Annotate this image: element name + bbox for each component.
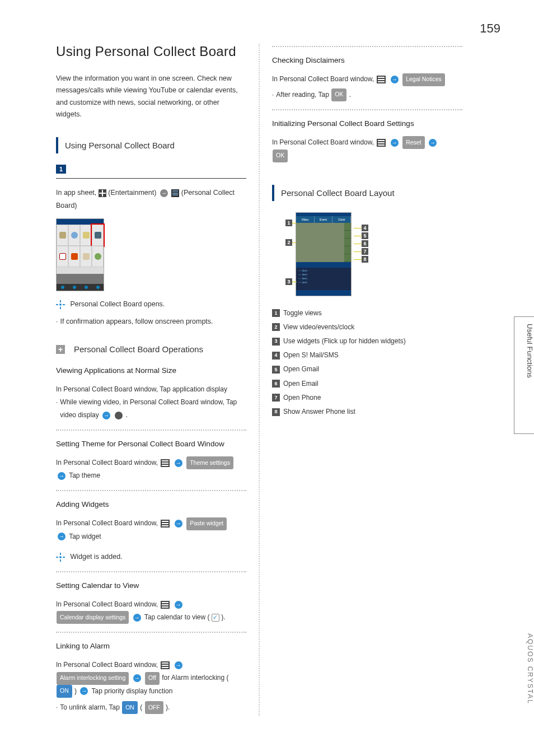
op3-l2: Tap widget bbox=[69, 533, 101, 540]
legend-text: Show Answer Phone list bbox=[283, 405, 355, 419]
on-button[interactable]: ON bbox=[122, 701, 138, 714]
legend-item: 5Open Gmail bbox=[272, 362, 462, 376]
op1-line1: In Personal Collect Board window, Tap ap… bbox=[56, 383, 246, 396]
init-l1: In Personal Collect Board window, bbox=[272, 138, 376, 146]
op5-tail: Tap priority display function bbox=[92, 687, 173, 695]
legend-item: 1Toggle views bbox=[272, 306, 462, 320]
menu-icon bbox=[161, 661, 170, 669]
left-column: Using Personal Collect Board View the in… bbox=[56, 44, 246, 716]
pcb-app-icon bbox=[171, 189, 179, 197]
layout-diagram: 1 2 3 4 5 6 7 8 VideoEventClock — item— … bbox=[285, 212, 358, 296]
step1-entertainment: (Entertainment) bbox=[108, 189, 158, 197]
op-alarm: Linking to Alarm In Personal Collect Boa… bbox=[56, 641, 246, 714]
menu-icon bbox=[161, 601, 170, 609]
legend-number: 2 bbox=[272, 323, 280, 331]
op3-result: Widget is added. bbox=[70, 553, 122, 561]
on-button[interactable]: ON bbox=[57, 685, 72, 698]
op3-l1: In Personal Collect Board window, bbox=[56, 519, 160, 527]
legend-text: Toggle views bbox=[283, 306, 322, 320]
op2-l1: In Personal Collect Board window, bbox=[56, 459, 160, 466]
operations-header: Personal Collect Board Operations bbox=[74, 344, 203, 354]
op-disclaimers: Checking Disclaimers In Personal Collect… bbox=[272, 55, 462, 101]
legend-item: 3Use widgets (Flick up for hidden widget… bbox=[272, 334, 462, 348]
op1-title: Viewing Applications at Normal Size bbox=[56, 365, 246, 376]
step-badge-1: 1 bbox=[56, 165, 66, 174]
op5-mid: for Alarm interlocking ( bbox=[162, 674, 228, 682]
op5-unlink1: To unlink alarm, Tap bbox=[60, 703, 121, 711]
legend-text: Use widgets (Flick up for hidden widgets… bbox=[283, 334, 406, 348]
op4-l2: Tap calendar to view ( bbox=[144, 613, 212, 621]
op2-title: Setting Theme for Personal Collect Board… bbox=[56, 438, 246, 450]
calendar-settings-button[interactable]: Calendar display settings bbox=[57, 611, 129, 624]
arrow-icon bbox=[160, 189, 168, 197]
menu-icon bbox=[377, 76, 386, 83]
legend-number: 6 bbox=[272, 380, 280, 388]
paste-widget-button[interactable]: Paste widget bbox=[186, 517, 227, 530]
legend-text: Open S! Mail/SMS bbox=[283, 348, 339, 362]
svg-rect-8 bbox=[56, 557, 58, 558]
ok-button[interactable]: OK bbox=[273, 150, 288, 162]
op4-title: Setting Calendar to View bbox=[56, 580, 246, 591]
right-column: Checking Disclaimers In Personal Collect… bbox=[272, 44, 462, 716]
svg-point-0 bbox=[59, 304, 62, 306]
disc-l2end: . bbox=[349, 91, 351, 99]
apps-grid-icon bbox=[99, 189, 106, 197]
reset-button[interactable]: Reset bbox=[402, 136, 424, 149]
alarm-setting-button[interactable]: Alarm interlocking setting bbox=[57, 672, 129, 685]
section-layout: Personal Collect Board Layout bbox=[272, 185, 462, 201]
legend-number: 5 bbox=[272, 366, 280, 374]
svg-rect-4 bbox=[63, 304, 65, 305]
check-icon bbox=[212, 614, 219, 622]
svg-rect-2 bbox=[60, 307, 61, 309]
theme-settings-button[interactable]: Theme settings bbox=[186, 456, 233, 469]
arrow-icon bbox=[175, 661, 182, 669]
disc-title: Checking Disclaimers bbox=[272, 55, 462, 66]
svg-rect-9 bbox=[63, 557, 65, 558]
legend-number: 7 bbox=[272, 394, 280, 402]
arrow-icon bbox=[133, 614, 141, 622]
board-opens-text: Personal Collect Board opens. bbox=[70, 300, 165, 308]
section-using-pcb: Using Personal Collect Board bbox=[56, 137, 246, 153]
op5-unlinkmid: ( bbox=[140, 703, 144, 711]
op-calendar: Setting Calendar to View In Personal Col… bbox=[56, 580, 246, 624]
screenshot-app-sheet bbox=[56, 218, 104, 291]
legend-number: 3 bbox=[272, 338, 280, 346]
disc-l1: In Personal Collect Board window, bbox=[272, 75, 376, 83]
op4-l2end: ). bbox=[221, 613, 225, 621]
legend-item: 7Open Phone bbox=[272, 391, 462, 405]
arrow-icon bbox=[133, 674, 141, 682]
off-button[interactable]: OFF bbox=[145, 701, 163, 714]
step-1: 1 In app sheet, (Entertainment) (Persona… bbox=[56, 165, 246, 328]
step1-prefix: In app sheet, bbox=[56, 189, 99, 197]
op5-close: ) bbox=[74, 687, 78, 695]
page-title: Using Personal Collect Board bbox=[56, 44, 246, 59]
menu-icon bbox=[161, 459, 170, 467]
off-button[interactable]: Off bbox=[145, 672, 160, 685]
op5-title: Linking to Alarm bbox=[56, 641, 246, 652]
intro-text: View the information you want in one scr… bbox=[56, 73, 246, 120]
op1-line2: While viewing video, in Personal Collect… bbox=[60, 398, 237, 419]
arrow-icon bbox=[391, 139, 399, 147]
fullscreen-icon bbox=[115, 412, 123, 419]
arrow-icon bbox=[80, 687, 88, 695]
legal-notices-button[interactable]: Legal Notices bbox=[402, 73, 445, 86]
legend-number: 4 bbox=[272, 352, 280, 360]
ok-button[interactable]: OK bbox=[331, 88, 346, 101]
init-title: Initializing Personal Collect Board Sett… bbox=[272, 118, 462, 129]
legend-item: 6Open Email bbox=[272, 377, 462, 391]
confirm-text: If confirmation appears, follow onscreen… bbox=[60, 315, 213, 328]
sparkle-icon bbox=[56, 300, 65, 309]
svg-rect-6 bbox=[60, 553, 61, 555]
op-theme: Setting Theme for Personal Collect Board… bbox=[56, 438, 246, 482]
legend-text: View video/events/clock bbox=[283, 320, 354, 334]
menu-icon bbox=[161, 520, 170, 528]
menu-icon bbox=[377, 139, 386, 147]
legend-text: Open Gmail bbox=[283, 362, 319, 376]
op-viewing-apps: Viewing Applications at Normal Size In P… bbox=[56, 365, 246, 422]
svg-rect-3 bbox=[56, 304, 58, 305]
op-init-settings: Initializing Personal Collect Board Sett… bbox=[272, 118, 462, 162]
op5-unlinkend: ). bbox=[166, 703, 170, 711]
plus-icon: + bbox=[56, 345, 65, 354]
legend-number: 8 bbox=[272, 408, 280, 416]
svg-point-5 bbox=[59, 556, 62, 558]
